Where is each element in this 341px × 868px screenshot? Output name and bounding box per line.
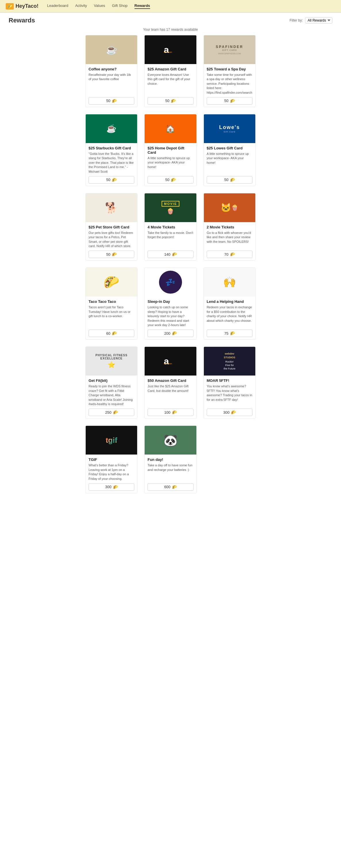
rewards-grid: ☕ Coffee anyone? Recaffeinate your day w… [79,35,262,505]
card-title: 4 Movie Tickets [147,225,193,229]
card-title: Get Fit(bit) [89,378,134,383]
card-image: 🙌 [204,268,255,297]
card-title: $25 Lowes Gift Card [207,146,252,150]
card-body: Fun day! Take a day off to have some fun… [145,455,196,493]
nav-leaderboard[interactable]: Leaderboard [47,3,68,9]
reward-card-tgif: tgif TGIF What's better than a Friday? L… [85,426,137,493]
card-desc: Take a day off to have some fun and rech… [147,463,193,481]
nav-rewards[interactable]: Rewards [135,3,150,9]
card-body: Taco Taco Taco Tacos aren't just for Tac… [86,297,137,339]
card-title: $25 Toward a Spa Day [207,67,252,71]
card-body: $25 Lowes Gift Card A little something t… [204,143,255,186]
taco-cost-icon: 🌮 [230,331,235,336]
taco-cost-icon: 🌮 [231,410,236,414]
card-title: Lend a Helping Hand [207,300,252,304]
card-cost-button[interactable]: 50 🌮 [147,97,193,104]
reward-card-starbucks: ☕ $25 Starbucks Gift Card "Gotta love th… [85,114,137,186]
card-title: Taco Taco Taco [89,300,134,304]
card-cost-button[interactable]: 50 🌮 [207,97,252,104]
taco-cost-icon: 🌮 [112,98,117,103]
card-desc: Take some time for yourself with a spa d… [207,73,252,95]
card-image: 🐕 [86,193,137,222]
logo[interactable]: 🌮 HeyTaco! [6,3,38,9]
card-image: 🐼 [145,426,196,455]
taco-cost-icon: 🌮 [171,178,176,182]
reward-card-sleep: 💤 Sleep-in Day Looking to catch up on so… [144,268,196,340]
card-cost-button[interactable]: 50 🌮 [89,176,134,184]
card-cost-button[interactable]: 200 🌮 [147,330,193,337]
card-cost-button[interactable]: 60 🌮 [89,330,134,337]
filter-area: Filter by: All Rewards [289,17,332,24]
reward-card-amazon50: aamazon $50 Amazon Gift Card Just like t… [144,346,196,418]
page-header: Rewards Filter by: All Rewards [0,13,341,26]
card-desc: Redeem your tacos in exchange for a $50 … [207,305,252,327]
reward-card-homedepot: 🏠 $25 Home Depot Gift Card A little some… [144,114,196,186]
card-image: webdevSTUDIOS Rockin'Five forthe Future [204,347,255,375]
card-body: $25 Toward a Spa Day Take some time for … [204,64,255,107]
reward-card-coffee: ☕ Coffee anyone? Recaffeinate your day w… [85,35,137,107]
taco-cost-icon: 🌮 [112,252,117,256]
card-cost-button[interactable]: 140 🌮 [147,251,193,258]
taco-cost-icon: 🌮 [172,410,177,414]
card-cost-button[interactable]: 600 🌮 [147,483,193,491]
card-cost-button[interactable]: 75 🌮 [207,330,252,337]
card-cost-button[interactable]: 300 🌮 [207,409,252,416]
nav-giftshop[interactable]: Gift Shop [112,3,127,9]
reward-card-petstore: 🐕 $25 Pet Store Gift Card Our pets love … [85,193,137,261]
card-image: aamazon [145,347,196,375]
filter-select[interactable]: All Rewards [305,17,332,24]
card-cost-button[interactable]: 70 🌮 [207,251,252,258]
card-title: Sleep-in Day [147,300,193,304]
card-title: $25 Pet Store Gift Card [89,225,134,229]
card-desc: A little something to spruce up your wor… [147,156,193,174]
reward-card-helping: 🙌 Lend a Helping Hand Redeem your tacos … [204,268,256,340]
card-desc: Our pets love gifts too! Redeem your tac… [89,231,134,249]
card-cost-button[interactable]: 250 🌮 [89,409,134,416]
card-image: PHYSICAL FITNESSEXCELLENCE ⭐ [86,347,137,375]
card-image: tgif [86,426,137,455]
logo-text: HeyTaco! [16,3,38,9]
available-message: Your team has 17 rewards available [0,26,341,35]
taco-cost-icon: 🌮 [172,252,177,256]
card-cost-button[interactable]: 50 🌮 [89,97,134,104]
card-desc: Go to a flick with whoever you'd like an… [207,231,252,249]
taco-cost-icon: 🌮 [230,98,235,103]
card-desc: Looking to catch up on some sleep? Hopin… [147,305,193,327]
card-body: $50 Amazon Gift Card Just like the $25 A… [145,375,196,418]
reward-card-spa: SPAFINDER GIFT CARD WWW.SPAFINDER.COM $2… [204,35,256,107]
card-desc: "Gotta love the 'Bucks. It's like a slan… [89,152,134,174]
card-title: Fun day! [147,457,193,462]
card-image: 🏠 [145,114,196,143]
taco-cost-icon: 🌮 [113,410,118,414]
taco-cost-icon: 🌮 [171,98,176,103]
reward-card-lowes: Lowe's Gift Card $25 Lowes Gift Card A l… [204,114,256,186]
card-desc: Recaffeinate your day with 1lb of your f… [89,73,134,95]
nav-values[interactable]: Values [94,3,105,9]
card-body: TGIF What's better than a Friday? Leavin… [86,455,137,493]
card-title: $50 Amazon Gift Card [147,378,193,383]
card-image: Lowe's Gift Card [204,114,255,143]
card-body: $25 Pet Store Gift Card Our pets love gi… [86,222,137,260]
card-cost-button[interactable]: 50 🌮 [207,176,252,184]
card-desc: Ready to join the WDS fitness craze? Get… [89,384,134,406]
card-cost-button[interactable]: 50 🌮 [147,176,193,184]
navigation: 🌮 HeyTaco! Leaderboard Activity Values G… [0,0,341,13]
card-cost-button[interactable]: 50 🌮 [89,251,134,258]
reward-card-fitbit: PHYSICAL FITNESSEXCELLENCE ⭐ Get Fit(bit… [85,346,137,418]
card-image: aamazon [145,35,196,64]
taco-cost-icon: 🌮 [230,252,235,256]
card-body: Lend a Helping Hand Redeem your tacos in… [204,297,255,339]
card-title: $25 Amazon Gift Card [147,67,193,71]
card-desc: Everyone loves Amazon! Use this gift car… [147,73,193,95]
reward-card-amazon25: aamazon $25 Amazon Gift Card Everyone lo… [144,35,196,107]
card-title: $25 Home Depot Gift Card [147,146,193,155]
card-body: $25 Amazon Gift Card Everyone loves Amaz… [145,64,196,107]
reward-card-movie2: 🐱🍿 2 Movie Tickets Go to a flick with wh… [204,193,256,261]
card-image: ☕ [86,35,137,64]
page-title: Rewards [9,17,35,24]
card-cost-button[interactable]: 100 🌮 [147,409,193,416]
card-image: 🌮 [86,268,137,297]
nav-activity[interactable]: Activity [75,3,87,9]
card-cost-button[interactable]: 300 🌮 [89,483,134,491]
card-title: MOAR 5FTF! [207,378,252,383]
